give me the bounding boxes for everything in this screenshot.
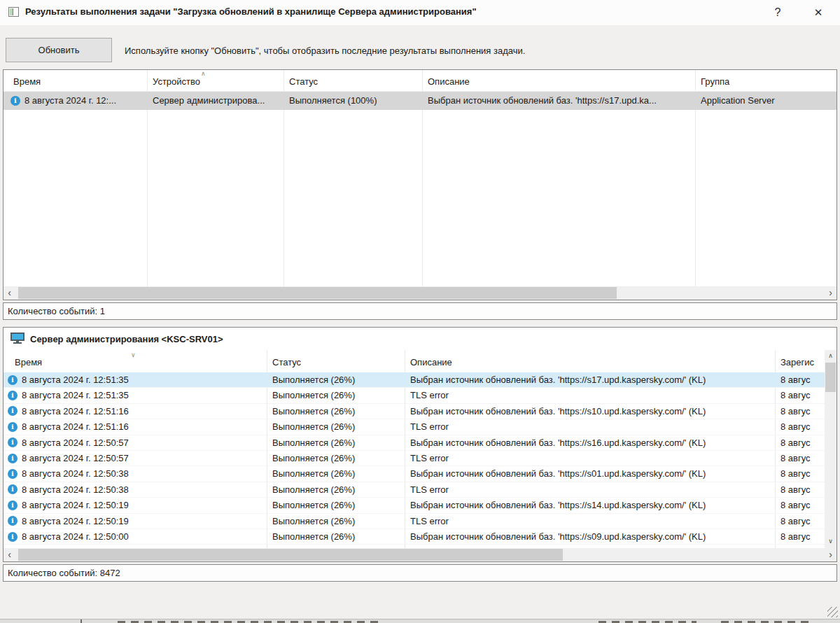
events-hscrollbar[interactable]: ‹ › [4, 548, 836, 561]
info-icon: i [8, 532, 18, 542]
device-time-cell: i8 августа 2024 г. 12:... [4, 92, 147, 110]
device-group-cell: Application Server [695, 92, 836, 110]
devices-column-header-1[interactable]: Устройство [147, 70, 284, 91]
event-row[interactable]: i8 августа 2024 г. 12:50:57Выполняется (… [4, 435, 825, 451]
events-vscrollbar[interactable]: ∧ ∨ [825, 350, 836, 548]
event-row[interactable]: i8 августа 2024 г. 12:50:19Выполняется (… [4, 498, 825, 513]
event-time-cell: i8 августа 2024 г. 12:50:00 [4, 529, 267, 544]
event-registered-cell: 8 авгус [775, 419, 825, 434]
events-panel-title: Сервер администрирования <KSC-SRV01> [4, 328, 836, 350]
events-vscroll-thumb[interactable] [825, 363, 836, 392]
event-row[interactable]: i8 августа 2024 г. 12:50:00Выполняется (… [4, 529, 825, 545]
event-row[interactable]: i8 августа 2024 г. 12:50:38Выполняется (… [4, 482, 825, 498]
devices-column-header-2[interactable]: Статус [284, 70, 422, 91]
event-registered-cell: 8 авгус [775, 466, 825, 481]
events-panel: Сервер администрирования <KSC-SRV01> Вре… [3, 327, 837, 562]
devices-column-header-0[interactable]: Время [4, 70, 147, 91]
event-row[interactable]: i8 августа 2024 г. 12:50:19Выполняется (… [4, 514, 825, 529]
sort-desc-icon: ∨ [131, 351, 136, 358]
event-row[interactable]: i8 августа 2024 г. 12:51:16Выполняется (… [4, 419, 825, 435]
event-description-cell: Выбран источник обновлений баз. 'https:/… [405, 372, 775, 387]
event-time-cell: i8 августа 2024 г. 12:51:35 [4, 372, 267, 387]
event-registered-cell: 8 авгус [775, 451, 825, 465]
event-time-text: 8 августа 2024 г. 12:50:38 [22, 468, 129, 479]
events-header: ВремяСтатусОписаниеЗарегис [4, 350, 825, 372]
event-time-cell: i8 августа 2024 г. 12:50:38 [4, 482, 267, 497]
event-row[interactable]: i8 августа 2024 г. 12:51:35Выполняется (… [4, 388, 825, 403]
event-time-text: 8 августа 2024 г. 12:50:19 [22, 516, 129, 526]
info-icon: i [10, 96, 20, 106]
event-description-cell: Выбран источник обновлений баз. 'https:/… [405, 498, 775, 512]
event-time-text: 8 августа 2024 г. 12:50:38 [22, 484, 129, 495]
events-count: Количество событий: 8472 [3, 564, 837, 582]
event-time-text: 8 августа 2024 г. 12:51:35 [22, 390, 129, 400]
devices-hscrollbar[interactable]: ‹ › [4, 286, 836, 300]
event-status-cell: Выполняется (26%) [267, 482, 405, 497]
device-status-cell: Выполняется (100%) [284, 92, 422, 110]
event-status-cell: Выполняется (26%) [267, 435, 405, 450]
event-time-text: 8 августа 2024 г. 12:50:19 [22, 500, 129, 510]
help-button[interactable]: ? [766, 4, 790, 22]
event-row[interactable]: i8 августа 2024 г. 12:50:38Выполняется (… [4, 466, 825, 482]
refresh-button[interactable]: Обновить [6, 38, 112, 62]
event-time-cell: i8 августа 2024 г. 12:50:19 [4, 514, 267, 528]
event-status-cell: Выполняется (26%) [267, 404, 405, 419]
close-button[interactable]: ✕ [806, 4, 830, 22]
event-time-cell: i8 августа 2024 г. 12:50:38 [4, 466, 267, 481]
event-description-cell: TLS error [405, 482, 775, 497]
scroll-right-icon[interactable]: › [825, 548, 836, 561]
device-row[interactable]: i8 августа 2024 г. 12:...Сервер админист… [4, 92, 836, 110]
event-time-text: 8 августа 2024 г. 12:51:35 [22, 374, 129, 385]
event-status-cell: Выполняется (26%) [267, 388, 405, 402]
event-registered-cell: 8 авгус [775, 514, 825, 528]
device-name-cell: Сервер администрирова... [147, 92, 284, 110]
event-description-cell: TLS error [405, 419, 775, 434]
devices-table: ВремяУстройствоСтатусОписаниеГруппа ∧ i8… [3, 69, 837, 300]
event-time-cell: i8 августа 2024 г. 12:51:16 [4, 419, 267, 434]
event-time-text: 8 августа 2024 г. 12:51:16 [22, 406, 129, 416]
scroll-up-icon[interactable]: ∧ [825, 350, 836, 362]
event-status-cell: Выполняется (26%) [267, 514, 405, 528]
devices-column-header-3[interactable]: Описание [422, 70, 695, 91]
event-registered-cell: 8 авгус [775, 372, 825, 387]
background-window-sliver [0, 619, 840, 623]
event-row[interactable]: i8 августа 2024 г. 12:51:16Выполняется (… [4, 404, 825, 419]
devices-hscroll-thumb[interactable] [18, 287, 617, 299]
info-icon: i [8, 406, 18, 416]
devices-rows: i8 августа 2024 г. 12:...Сервер админист… [4, 92, 836, 286]
event-time-cell: i8 августа 2024 г. 12:50:19 [4, 498, 267, 512]
event-row[interactable]: i8 августа 2024 г. 12:50:57Выполняется (… [4, 451, 825, 466]
event-time-cell: i8 августа 2024 г. 12:51:35 [4, 388, 267, 402]
events-rows: i8 августа 2024 г. 12:51:35Выполняется (… [4, 372, 825, 548]
event-row[interactable]: i8 августа 2024 г. 12:51:35Выполняется (… [4, 372, 825, 388]
info-icon: i [8, 422, 18, 432]
server-title: Сервер администрирования <KSC-SRV01> [30, 334, 223, 344]
event-registered-cell: 8 авгус [775, 388, 825, 402]
scroll-left-icon[interactable]: ‹ [4, 286, 15, 300]
scroll-left-icon[interactable]: ‹ [4, 548, 15, 561]
devices-count: Количество событий: 1 [3, 302, 837, 320]
event-time-text: 8 августа 2024 г. 12:50:00 [22, 531, 129, 542]
events-hscroll-thumb[interactable] [18, 549, 563, 561]
event-time-text: 8 августа 2024 г. 12:50:57 [22, 453, 129, 463]
events-column-header-3[interactable]: Зарегис [775, 350, 825, 372]
events-column-header-2[interactable]: Описание [405, 350, 775, 372]
event-time-text: 8 августа 2024 г. 12:51:16 [22, 421, 129, 432]
resize-grip-icon[interactable] [827, 607, 838, 617]
event-status-cell: Выполняется (26%) [267, 466, 405, 481]
event-description-cell: Выбран источник обновлений баз. 'https:/… [405, 466, 775, 481]
event-status-cell: Выполняется (26%) [267, 451, 405, 465]
devices-column-header-4[interactable]: Группа [695, 70, 836, 91]
event-description-cell: TLS error [405, 388, 775, 402]
scroll-right-icon[interactable]: › [825, 286, 836, 300]
info-icon: i [8, 391, 18, 400]
event-registered-cell: 8 авгус [775, 529, 825, 544]
info-icon: i [8, 484, 18, 494]
info-icon: i [8, 375, 18, 385]
event-registered-cell: 8 авгус [775, 404, 825, 419]
info-icon: i [8, 516, 18, 526]
events-column-header-1[interactable]: Статус [267, 350, 405, 372]
device-time-text: 8 августа 2024 г. 12:... [24, 95, 116, 106]
scroll-down-icon[interactable]: ∨ [825, 536, 836, 547]
event-description-cell: TLS error [405, 451, 775, 465]
